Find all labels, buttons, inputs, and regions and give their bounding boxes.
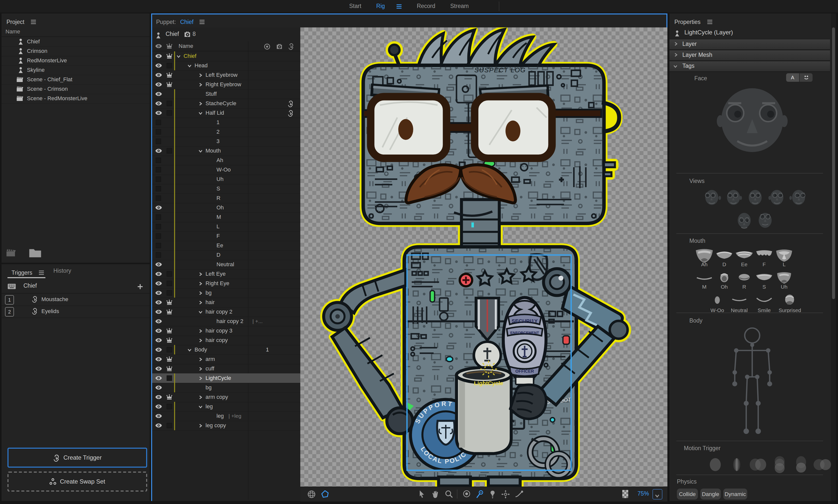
layer-row[interactable]: M	[152, 212, 322, 222]
expand-chevron-icon[interactable]	[198, 291, 203, 295]
layer-row[interactable]: D	[152, 250, 322, 260]
properties-menu-icon[interactable]	[707, 19, 713, 24]
visibility-on-icon[interactable]	[155, 54, 162, 58]
puppet-menu-icon[interactable]	[199, 19, 205, 24]
new-scene-button[interactable]	[5, 248, 16, 257]
layer-row[interactable]: bg	[152, 383, 322, 393]
visibility-toggle-box[interactable]	[156, 186, 161, 191]
visibility-toggle-box[interactable]	[156, 195, 161, 201]
view-tag-tilt-up[interactable]	[757, 212, 774, 230]
visibility-on-icon[interactable]	[155, 300, 162, 305]
layer-row[interactable]: StacheCycle	[152, 99, 322, 109]
layer-trigger-icon[interactable]	[287, 109, 294, 116]
workspace-menu-icon[interactable]	[396, 4, 402, 9]
layer-row[interactable]: leg copy	[152, 421, 322, 431]
layer-row[interactable]: Left Eyebrow	[152, 70, 322, 80]
layer-row[interactable]: L	[152, 222, 322, 232]
layer-row[interactable]: F	[152, 231, 322, 241]
motion-trigger-tag-shake[interactable]	[727, 456, 747, 473]
independence-crown-icon[interactable]	[166, 328, 173, 334]
visibility-on-icon[interactable]	[155, 385, 162, 390]
visibility-on-icon[interactable]	[155, 291, 162, 295]
layer-row[interactable]: Neutral	[152, 260, 322, 270]
layer-row[interactable]: Oh	[152, 203, 322, 213]
layer-row[interactable]: leg| +leg	[152, 411, 322, 421]
layer-row[interactable]: Left Eye	[152, 269, 322, 279]
face-text-mode-button[interactable]: A	[786, 73, 799, 82]
expand-chevron-icon[interactable]	[198, 357, 203, 361]
independence-toggle-box[interactable]	[167, 281, 172, 286]
visibility-toggle-box[interactable]	[156, 138, 161, 144]
project-item[interactable]: RedMonsterLive	[1, 56, 150, 66]
pin-tool-icon[interactable]	[476, 490, 483, 499]
layer-row[interactable]: Half Lid	[152, 108, 322, 118]
add-trigger-icon[interactable]	[137, 284, 143, 290]
collapse-chevron-icon[interactable]	[198, 111, 203, 115]
motion-trigger-tag-turn[interactable]	[748, 456, 768, 473]
workspace-tab-stream[interactable]: Stream	[450, 0, 469, 13]
layer-row[interactable]: arm	[152, 355, 322, 364]
layer-row[interactable]: Mouth	[152, 146, 322, 156]
collapse-chevron-icon[interactable]	[198, 310, 203, 314]
layer-row[interactable]: Right Eyebrow	[152, 80, 322, 90]
trigger-set-row[interactable]: Chief	[1, 280, 150, 293]
workspace-tab-start[interactable]: Start	[349, 0, 361, 13]
expand-chevron-icon[interactable]	[198, 300, 203, 304]
visibility-on-icon[interactable]	[155, 347, 162, 352]
visibility-on-icon[interactable]	[155, 366, 162, 371]
layer-row[interactable]: 3	[152, 137, 322, 147]
scene-canvas[interactable]: SUSPECT LOG	[300, 28, 667, 487]
independence-crown-icon[interactable]	[166, 338, 173, 343]
new-folder-button[interactable]	[29, 248, 42, 258]
select-tool-icon[interactable]	[419, 490, 425, 498]
name-column-header[interactable]: Name	[178, 43, 193, 49]
expand-chevron-icon[interactable]	[198, 329, 203, 333]
subject-name[interactable]: Chief	[165, 31, 179, 37]
layer-row[interactable]: Stuff	[152, 89, 322, 99]
visibility-toggle-box[interactable]	[156, 167, 161, 172]
mouth-tag-w-oo[interactable]	[707, 293, 727, 309]
layer-row[interactable]: leg	[152, 402, 322, 412]
visibility-toggle-box[interactable]	[156, 252, 161, 257]
visibility-on-icon[interactable]	[155, 310, 162, 314]
visibility-toggle-box[interactable]	[156, 233, 161, 238]
layer-row[interactable]: 1	[152, 118, 322, 128]
layer-row[interactable]: Head	[152, 61, 322, 71]
visibility-on-icon[interactable]	[155, 63, 162, 68]
zoom-tool-icon[interactable]	[445, 490, 453, 498]
motion-trigger-tag-bob[interactable]	[791, 456, 811, 473]
project-item[interactable]: Crimson	[1, 47, 150, 56]
collapse-chevron-icon[interactable]	[198, 149, 203, 153]
section-tags[interactable]: Tags	[669, 61, 830, 72]
independence-toggle-box[interactable]	[167, 110, 172, 115]
scrollbar-track[interactable]	[831, 14, 836, 501]
independence-crown-icon[interactable]	[166, 357, 173, 362]
layer-row[interactable]: Chief	[152, 51, 322, 61]
visibility-on-icon[interactable]	[155, 414, 162, 418]
independence-toggle-box[interactable]	[167, 403, 172, 409]
visibility-on-icon[interactable]	[155, 101, 162, 106]
layer-row[interactable]: R	[152, 194, 322, 203]
view-tag-profile-left[interactable]	[705, 189, 722, 207]
project-item[interactable]: Scene - Chief_Flat	[1, 75, 150, 85]
layer-row[interactable]: 2	[152, 127, 322, 137]
expand-chevron-icon[interactable]	[198, 73, 203, 77]
independence-toggle-box[interactable]	[167, 375, 172, 381]
visibility-on-icon[interactable]	[155, 73, 162, 77]
project-item[interactable]: Skyline	[1, 65, 150, 75]
transparency-grid-icon[interactable]	[622, 489, 628, 499]
expand-chevron-icon[interactable]	[198, 395, 203, 399]
expand-chevron-icon[interactable]	[198, 338, 203, 342]
independence-toggle-box[interactable]	[167, 347, 172, 352]
expand-chevron-icon[interactable]	[198, 282, 203, 285]
trigger-key-badge[interactable]: 1	[5, 295, 14, 305]
create-swap-set-button[interactable]: Create Swap Set	[7, 472, 147, 491]
layer-row[interactable]: bg	[152, 288, 322, 298]
view-tag-three-quarter-right[interactable]	[768, 189, 785, 207]
project-item[interactable]: Scene - Crimson	[1, 84, 150, 94]
zoom-dropdown[interactable]	[652, 489, 662, 500]
layer-row[interactable]: arm copy	[152, 392, 322, 402]
independence-toggle-box[interactable]	[167, 62, 172, 68]
layer-row[interactable]: W-Oo	[152, 165, 322, 175]
layer-row[interactable]: hair	[152, 298, 322, 308]
